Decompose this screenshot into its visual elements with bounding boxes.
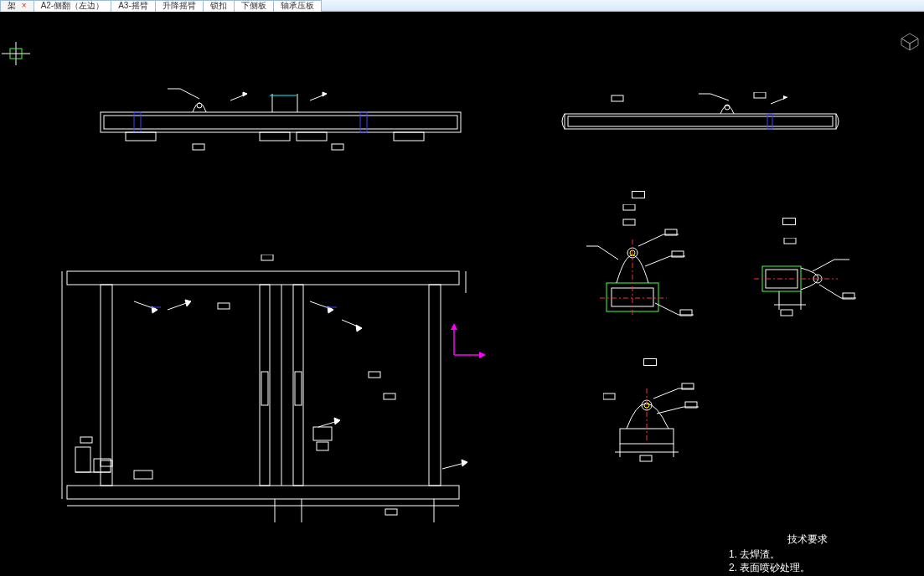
- svg-rect-72: [218, 303, 230, 309]
- view-cube-icon[interactable]: [896, 27, 921, 52]
- tech-req-line: 2. 表面喷砂处理。: [729, 561, 810, 575]
- view-top-left-elevation: [92, 87, 477, 162]
- svg-rect-34: [612, 95, 623, 101]
- svg-rect-45: [295, 372, 302, 405]
- svg-rect-113: [784, 238, 796, 244]
- svg-line-32: [710, 94, 729, 100]
- svg-rect-60: [75, 447, 90, 472]
- svg-rect-64: [313, 427, 332, 440]
- svg-line-108: [819, 285, 841, 298]
- detail-eye-plate: [603, 363, 712, 464]
- svg-rect-23: [332, 144, 343, 150]
- svg-rect-65: [317, 442, 328, 450]
- tab-lock[interactable]: 锁扣: [203, 0, 235, 12]
- svg-rect-63: [134, 471, 152, 479]
- tech-req-title: 技术要求: [787, 532, 828, 547]
- svg-line-92: [598, 246, 618, 260]
- svg-marker-17: [323, 92, 327, 96]
- svg-rect-74: [384, 393, 395, 399]
- svg-rect-7: [104, 116, 457, 129]
- svg-marker-15: [243, 92, 247, 96]
- tab-label: 下侧板: [241, 1, 266, 10]
- svg-rect-20: [297, 132, 327, 141]
- svg-marker-55: [334, 418, 340, 424]
- svg-rect-129: [603, 393, 615, 399]
- svg-marker-49: [185, 300, 191, 306]
- svg-marker-57: [462, 460, 467, 466]
- svg-marker-3: [901, 33, 918, 44]
- svg-marker-4: [901, 39, 910, 50]
- svg-line-119: [653, 388, 679, 399]
- svg-point-8: [197, 103, 202, 108]
- svg-line-88: [638, 234, 663, 246]
- view-plan: [50, 255, 494, 531]
- svg-rect-35: [754, 92, 766, 98]
- svg-rect-96: [623, 204, 635, 210]
- svg-rect-44: [261, 372, 268, 405]
- detail-eye-side: [754, 238, 871, 330]
- tab-current[interactable]: 架 ×: [0, 0, 34, 12]
- view-top-right-elevation: [561, 92, 846, 151]
- close-icon[interactable]: ×: [22, 1, 27, 10]
- svg-rect-112: [781, 310, 792, 316]
- svg-marker-81: [479, 352, 486, 358]
- dim-box: [643, 358, 657, 366]
- dim-box: [632, 191, 645, 198]
- tab-label: A3-摇臂: [118, 1, 148, 10]
- svg-marker-5: [910, 39, 918, 50]
- tab-a3[interactable]: A3-摇臂: [111, 0, 156, 12]
- svg-marker-79: [451, 323, 457, 330]
- svg-line-90: [645, 256, 670, 266]
- tab-label: 锁扣: [210, 1, 227, 10]
- tab-label: 轴承压板: [281, 1, 314, 10]
- svg-rect-18: [126, 132, 156, 141]
- tab-a2[interactable]: A2-侧翻（左边）: [34, 0, 112, 12]
- wcs-icon: [2, 42, 35, 75]
- svg-rect-22: [193, 144, 204, 150]
- tab-label: 架: [8, 1, 16, 10]
- svg-rect-42: [429, 285, 441, 486]
- svg-rect-38: [67, 486, 459, 499]
- svg-rect-37: [67, 271, 459, 285]
- drawing-canvas[interactable]: 技术要求 1. 去焊渣。 2. 表面喷砂处理。 3. 表面喷塑处理。: [0, 12, 924, 576]
- tab-strip: 架 × A2-侧翻（左边） A3-摇臂 升降摇臂 锁扣 下侧板 轴承压板: [0, 0, 321, 11]
- detail-eye-tube: [586, 204, 712, 330]
- svg-rect-126: [640, 455, 652, 461]
- tab-label: A2-侧翻（左边）: [41, 1, 105, 10]
- svg-rect-77: [80, 437, 92, 443]
- svg-rect-36: [261, 255, 273, 260]
- tab-lift-arm[interactable]: 升降摇臂: [155, 0, 204, 12]
- tab-bearing-plate[interactable]: 轴承压板: [273, 0, 322, 12]
- dim-box: [782, 218, 796, 225]
- svg-line-121: [657, 407, 684, 414]
- svg-marker-53: [356, 325, 362, 332]
- svg-rect-39: [101, 285, 112, 486]
- svg-rect-73: [369, 372, 380, 378]
- svg-rect-19: [260, 132, 290, 141]
- tab-lower-side[interactable]: 下侧板: [234, 0, 274, 12]
- svg-rect-100: [623, 219, 635, 225]
- svg-rect-21: [394, 132, 424, 141]
- svg-line-24: [180, 89, 199, 99]
- svg-rect-75: [385, 509, 397, 515]
- tab-label: 升降摇臂: [163, 1, 196, 10]
- tech-req-line: 1. 去焊渣。: [729, 548, 780, 562]
- ucs-icon: [447, 321, 489, 363]
- svg-rect-27: [568, 116, 833, 126]
- svg-line-110: [813, 260, 834, 271]
